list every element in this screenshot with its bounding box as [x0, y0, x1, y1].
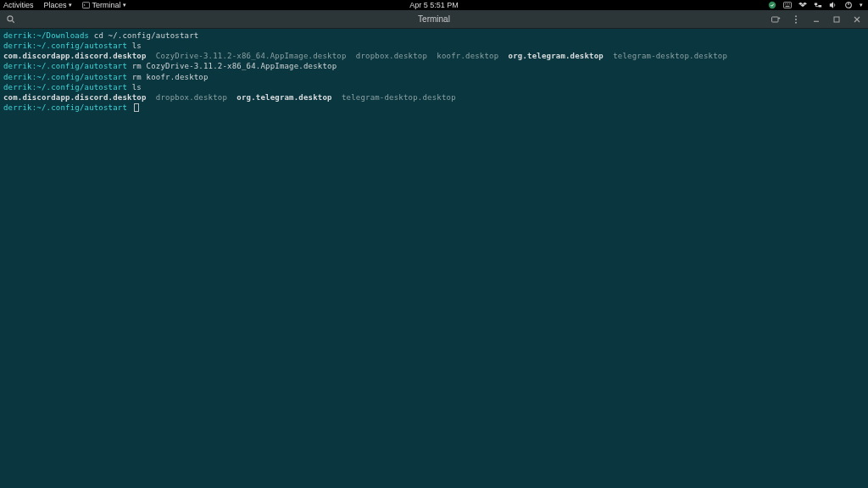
svg-point-3	[785, 3, 786, 4]
terminal-line: derrik:~/.config/autostart	[3, 103, 865, 113]
prompt: derrik:~/Downloads	[3, 31, 89, 40]
svg-point-18	[795, 19, 797, 20]
menu-button[interactable]	[790, 14, 802, 25]
minimize-button[interactable]	[810, 14, 822, 25]
file-entry: telegram-desktop.desktop	[332, 93, 456, 102]
headerbar-left	[5, 14, 17, 25]
search-icon[interactable]	[5, 14, 17, 25]
svg-point-19	[795, 21, 797, 23]
keyboard-icon[interactable]	[783, 1, 792, 9]
terminal-line: derrik:~/.config/autostart rm koofr.desk…	[3, 72, 865, 82]
chevron-down-icon[interactable]: ▾	[860, 2, 863, 8]
headerbar: Terminal	[0, 10, 868, 29]
svg-point-17	[795, 15, 797, 17]
command-text: ls	[127, 83, 142, 92]
terminal-line: derrik:~/Downloads cd ~/.config/autostar…	[3, 30, 865, 41]
new-tab-button[interactable]	[770, 14, 782, 25]
command-text	[127, 103, 132, 112]
cursor	[134, 103, 139, 112]
svg-point-4	[787, 3, 787, 4]
app-indicator[interactable]: Terminal ▾	[82, 1, 126, 9]
command-text: ls	[127, 42, 142, 50]
terminal-line: derrik:~/.config/autostart ls	[3, 82, 865, 92]
gnome-topbar: Activities Places ▾ Terminal ▾ Apr 5 5:5…	[0, 0, 868, 10]
svg-rect-2	[783, 3, 791, 8]
svg-rect-14	[772, 17, 779, 22]
topbar-right: ▾	[768, 1, 863, 9]
file-entry: org.telegram.desktop	[227, 93, 332, 102]
prompt: derrik:~/.config/autostart	[3, 62, 127, 70]
terminal-line: derrik:~/.config/autostart rm CozyDrive-…	[3, 61, 865, 71]
command-text: rm koofr.desktop	[127, 73, 209, 81]
svg-rect-0	[82, 2, 89, 8]
svg-point-12	[8, 15, 13, 20]
svg-point-6	[789, 3, 790, 4]
file-entry: org.telegram.desktop	[498, 52, 604, 60]
network-icon[interactable]	[814, 1, 822, 9]
power-icon[interactable]	[844, 1, 853, 9]
volume-icon[interactable]	[829, 1, 837, 9]
svg-rect-7	[786, 6, 790, 7]
close-button[interactable]	[851, 14, 863, 25]
terminal-line: derrik:~/.config/autostart ls	[3, 41, 865, 51]
file-entry: telegram-desktop.desktop	[604, 52, 727, 60]
file-entry: dropbox.desktop	[147, 93, 228, 102]
places-label: Places	[44, 1, 67, 9]
chevron-down-icon: ▾	[69, 2, 72, 8]
svg-rect-21	[834, 17, 839, 22]
file-entry: koofr.desktop	[427, 52, 498, 60]
svg-point-5	[787, 3, 788, 4]
terminal-viewport[interactable]: derrik:~/Downloads cd ~/.config/autostar…	[0, 29, 868, 114]
topbar-left: Activities Places ▾ Terminal ▾	[3, 1, 126, 9]
command-text: rm CozyDrive-3.11.2-x86_64.AppImage.desk…	[127, 62, 337, 70]
update-icon[interactable]	[768, 1, 776, 9]
file-entry: com.discordapp.discord.desktop	[3, 52, 147, 60]
clock[interactable]: Apr 5 5:51 PM	[409, 1, 459, 9]
file-entry: CozyDrive-3.11.2-x86_64.AppImage.desktop	[147, 52, 347, 60]
prompt: derrik:~/.config/autostart	[3, 73, 127, 81]
datetime-label: Apr 5 5:51 PM	[409, 1, 459, 9]
terminal-icon	[82, 1, 91, 9]
chevron-down-icon: ▾	[123, 2, 126, 8]
headerbar-right	[770, 14, 863, 25]
svg-line-13	[13, 20, 14, 22]
dropbox-icon[interactable]	[798, 1, 807, 9]
prompt: derrik:~/.config/autostart	[3, 42, 127, 50]
prompt: derrik:~/.config/autostart	[3, 103, 127, 112]
svg-rect-9	[819, 5, 821, 8]
file-entry: dropbox.desktop	[347, 52, 428, 60]
activities-label: Activities	[3, 1, 34, 9]
terminal-window: Terminal derrik:~/Downloads cd ~/.config…	[0, 10, 868, 488]
places-menu[interactable]: Places ▾	[44, 1, 72, 9]
window-title: Terminal	[418, 14, 450, 24]
prompt: derrik:~/.config/autostart	[3, 83, 127, 92]
file-entry: com.discordapp.discord.desktop	[3, 93, 147, 102]
maximize-button[interactable]	[831, 14, 843, 25]
command-text: cd ~/.config/autostart	[89, 31, 198, 40]
terminal-line: com.discordapp.discord.desktop CozyDrive…	[3, 51, 865, 61]
activities-button[interactable]: Activities	[3, 1, 34, 9]
terminal-line: com.discordapp.discord.desktop dropbox.d…	[3, 92, 865, 103]
app-indicator-label: Terminal	[92, 1, 121, 9]
svg-rect-8	[815, 3, 817, 6]
